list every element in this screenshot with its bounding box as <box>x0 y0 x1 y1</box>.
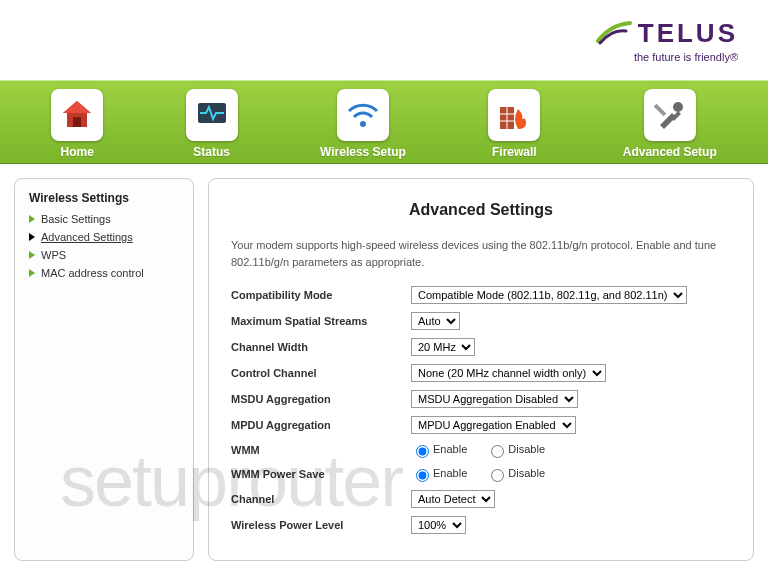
content-panel: Advanced Settings Your modem supports hi… <box>208 178 754 561</box>
label-control-channel: Control Channel <box>231 367 411 379</box>
monitor-icon <box>186 89 238 141</box>
select-compatibility-mode[interactable]: Compatible Mode (802.11b, 802.11g, and 8… <box>411 286 687 304</box>
label-channel-width: Channel Width <box>231 341 411 353</box>
label-wmm: WMM <box>231 444 411 456</box>
svg-rect-1 <box>73 117 81 127</box>
nav-home[interactable]: Home <box>51 89 103 159</box>
radio-wmmps-disable[interactable]: Disable <box>486 467 545 479</box>
nav-label: Status <box>186 145 238 159</box>
radio-wmm-enable[interactable]: Enable <box>411 443 467 455</box>
brand-logo: TELUS the future is friendly® <box>596 18 738 63</box>
page-title: Advanced Settings <box>231 201 731 219</box>
svg-point-4 <box>360 121 366 127</box>
label-max-spatial-streams: Maximum Spatial Streams <box>231 315 411 327</box>
firewall-icon <box>488 89 540 141</box>
label-compatibility-mode: Compatibility Mode <box>231 289 411 301</box>
select-wireless-power-level[interactable]: 100% <box>411 516 466 534</box>
select-mpdu-aggregation[interactable]: MPDU Aggregation Enabled <box>411 416 576 434</box>
sidebar: Wireless Settings Basic Settings Advance… <box>14 178 194 561</box>
header: TELUS the future is friendly® <box>0 0 768 80</box>
sidebar-item-basic-settings[interactable]: Basic Settings <box>29 213 179 225</box>
main-area: Wireless Settings Basic Settings Advance… <box>0 164 768 564</box>
arrow-right-icon <box>29 233 35 241</box>
nav-advanced-setup[interactable]: Advanced Setup <box>623 89 717 159</box>
select-msdu-aggregation[interactable]: MSDU Aggregation Disabled <box>411 390 578 408</box>
nav-label: Firewall <box>488 145 540 159</box>
nav-label: Home <box>51 145 103 159</box>
arrow-right-icon <box>29 215 35 223</box>
wifi-icon <box>337 89 389 141</box>
svg-marker-2 <box>63 101 91 113</box>
nav-status[interactable]: Status <box>186 89 238 159</box>
radio-wmm-disable[interactable]: Disable <box>486 443 545 455</box>
label-wireless-power-level: Wireless Power Level <box>231 519 411 531</box>
sidebar-item-label: MAC address control <box>41 267 144 279</box>
arrow-right-icon <box>29 269 35 277</box>
label-wmm-power-save: WMM Power Save <box>231 468 411 480</box>
sidebar-item-mac-address-control[interactable]: MAC address control <box>29 267 179 279</box>
brand-name: TELUS <box>638 18 738 49</box>
label-mpdu-aggregation: MPDU Aggregation <box>231 419 411 431</box>
nav-label: Advanced Setup <box>623 145 717 159</box>
label-channel: Channel <box>231 493 411 505</box>
brand-tagline: the future is friendly® <box>596 51 738 63</box>
home-icon <box>51 89 103 141</box>
select-channel[interactable]: Auto Detect <box>411 490 495 508</box>
sidebar-item-advanced-settings[interactable]: Advanced Settings <box>29 231 179 243</box>
nav-wireless-setup[interactable]: Wireless Setup <box>320 89 406 159</box>
label-msdu-aggregation: MSDU Aggregation <box>231 393 411 405</box>
sidebar-item-label: Advanced Settings <box>41 231 133 243</box>
telus-swoosh-icon <box>596 19 632 47</box>
sidebar-item-label: Basic Settings <box>41 213 111 225</box>
radio-wmmps-enable[interactable]: Enable <box>411 467 467 479</box>
nav-firewall[interactable]: Firewall <box>488 89 540 159</box>
svg-point-9 <box>673 102 683 112</box>
arrow-right-icon <box>29 251 35 259</box>
select-channel-width[interactable]: 20 MHz <box>411 338 475 356</box>
page-description: Your modem supports high-speed wireless … <box>231 237 731 270</box>
sidebar-title: Wireless Settings <box>29 191 179 205</box>
main-nav: Home Status Wireless Setup Firewall Adva… <box>0 80 768 164</box>
select-max-spatial-streams[interactable]: Auto <box>411 312 460 330</box>
sidebar-item-label: WPS <box>41 249 66 261</box>
tools-icon <box>644 89 696 141</box>
sidebar-item-wps[interactable]: WPS <box>29 249 179 261</box>
svg-rect-11 <box>653 104 666 117</box>
nav-label: Wireless Setup <box>320 145 406 159</box>
select-control-channel[interactable]: None (20 MHz channel width only) <box>411 364 606 382</box>
